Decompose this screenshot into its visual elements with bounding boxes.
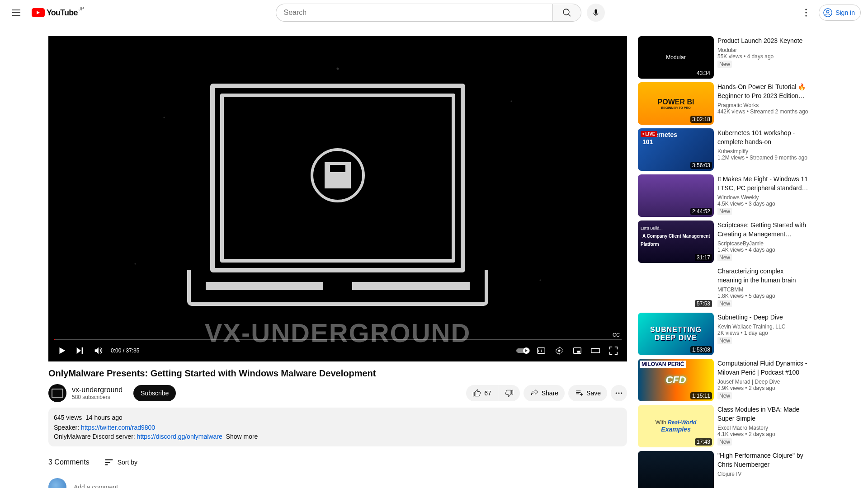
voice-search-button[interactable] bbox=[587, 4, 605, 22]
sort-label: Sort by bbox=[118, 459, 137, 466]
recommendation-thumbnail[interactable]: POWER BIBEGINNER TO PRO3:02:18 bbox=[638, 82, 714, 125]
share-button[interactable]: Share bbox=[524, 385, 565, 401]
recommendation-thumbnail[interactable]: 2:44:52 bbox=[638, 174, 714, 217]
microphone-icon bbox=[591, 8, 600, 17]
svg-point-16 bbox=[621, 393, 622, 394]
kebab-icon bbox=[801, 7, 811, 18]
video-player[interactable]: VX-UNDERGROUND CC 0:00 / 37:35 bbox=[48, 36, 627, 361]
recommendation-thumbnail[interactable]: MILOVAN PERIĆCFD1:15:11 bbox=[638, 359, 714, 401]
save-icon bbox=[575, 389, 584, 398]
recommendation-item[interactable]: Let's Build...A Company Client Managemen… bbox=[638, 221, 820, 263]
recommendation-title: Hands-On Power BI Tutorial 🔥 Beginner to… bbox=[717, 82, 809, 100]
duration-badge: 1:15:11 bbox=[690, 392, 712, 399]
like-dislike-group: 67 bbox=[466, 385, 520, 401]
recommendation-thumbnail[interactable]: • LIVEKubernetes1013:56:03 bbox=[638, 128, 714, 171]
recommendation-thumbnail[interactable]: Modular43:34 bbox=[638, 36, 714, 79]
channel-avatar[interactable] bbox=[48, 384, 66, 402]
sort-icon bbox=[104, 457, 114, 467]
next-icon bbox=[75, 346, 85, 356]
recommendation-thumbnail[interactable]: 57:53 bbox=[638, 267, 714, 309]
fullscreen-button[interactable] bbox=[605, 343, 622, 359]
sort-button[interactable]: Sort by bbox=[104, 457, 137, 467]
signin-button[interactable]: Sign in bbox=[819, 5, 861, 21]
settings-button[interactable] bbox=[797, 4, 815, 22]
new-badge: New bbox=[717, 438, 732, 446]
svg-point-3 bbox=[806, 12, 807, 13]
recommendation-info: Scriptcase: Getting Started with Creatin… bbox=[717, 221, 820, 263]
recommendation-title: Kubernetes 101 workshop - complete hands… bbox=[717, 128, 809, 146]
menu-button[interactable] bbox=[7, 4, 25, 22]
svg-point-0 bbox=[563, 9, 569, 15]
new-badge: New bbox=[717, 392, 732, 399]
description-box[interactable]: 645 views 14 hours ago Speaker: https://… bbox=[48, 408, 627, 446]
description-line-1: Speaker: https://twitter.com/rad9800 bbox=[54, 423, 622, 432]
user-avatar bbox=[48, 478, 66, 488]
primary-column: VX-UNDERGROUND CC 0:00 / 37:35 bbox=[48, 36, 627, 488]
next-button[interactable] bbox=[72, 343, 88, 359]
duration-badge: 17:43 bbox=[695, 438, 712, 446]
recommendation-thumbnail[interactable]: Let's Build...A Company Client Managemen… bbox=[638, 221, 714, 263]
new-badge: New bbox=[717, 61, 732, 68]
save-button[interactable]: Save bbox=[568, 385, 607, 401]
like-button[interactable]: 67 bbox=[466, 385, 498, 401]
logo-text: YouTube bbox=[47, 8, 78, 18]
settings-gear-button[interactable] bbox=[551, 343, 567, 359]
recommendation-meta: 4.1K views • 2 days ago bbox=[717, 431, 809, 437]
add-comment-row bbox=[48, 478, 627, 488]
recommendation-channel: Excel Macro Mastery bbox=[717, 425, 809, 431]
discord-link[interactable]: https://discord.gg/onlymalware bbox=[137, 433, 222, 440]
dislike-button[interactable] bbox=[498, 385, 520, 401]
duration-badge: 2:44:52 bbox=[690, 208, 712, 215]
more-actions-button[interactable] bbox=[611, 385, 627, 401]
gear-icon bbox=[555, 346, 564, 355]
recommendation-title: Subnetting - Deep Dive bbox=[717, 313, 809, 322]
hamburger-icon bbox=[11, 7, 22, 18]
show-more-button[interactable]: Show more bbox=[226, 433, 258, 440]
live-badge: • LIVE bbox=[641, 131, 657, 137]
search-button[interactable] bbox=[552, 4, 581, 22]
speaker-link[interactable]: https://twitter.com/rad9800 bbox=[81, 424, 155, 431]
recommendation-thumbnail[interactable] bbox=[638, 451, 714, 488]
youtube-logo[interactable]: YouTube JP bbox=[25, 8, 84, 18]
recommendation-item[interactable]: 2:44:52 It Makes Me Fight - Windows 11 L… bbox=[638, 174, 820, 217]
miniplayer-button[interactable] bbox=[569, 343, 585, 359]
duration-badge: 3:56:03 bbox=[690, 162, 712, 169]
comment-input[interactable] bbox=[74, 482, 627, 488]
recommendation-item[interactable]: POWER BIBEGINNER TO PRO3:02:18 Hands-On … bbox=[638, 82, 820, 125]
recommendation-info: "High Performance Clojure" by Chris Nuer… bbox=[717, 451, 820, 488]
recommendation-channel: ScriptcaseByJamie bbox=[717, 240, 809, 247]
svg-point-6 bbox=[826, 10, 829, 13]
subscribe-button[interactable]: Subscribe bbox=[133, 385, 176, 401]
channel-name[interactable]: vx-underground bbox=[72, 386, 123, 394]
recommendation-info: Computational Fluid Dynamics - Milovan P… bbox=[717, 359, 820, 401]
cc-badge: CC bbox=[611, 332, 622, 338]
recommendation-item[interactable]: "High Performance Clojure" by Chris Nuer… bbox=[638, 451, 820, 488]
recommendation-item[interactable]: 57:53 Characterizing complex meaning in … bbox=[638, 267, 820, 309]
captions-button[interactable] bbox=[533, 343, 549, 359]
play-button[interactable] bbox=[54, 343, 70, 359]
recommendation-meta: 1.8K views • 5 days ago bbox=[717, 293, 809, 299]
country-code: JP bbox=[79, 6, 84, 11]
recommendation-thumbnail[interactable]: With Real-WorldExamples17:43 bbox=[638, 405, 714, 447]
recommendation-item[interactable]: With Real-WorldExamples17:43 Class Modul… bbox=[638, 405, 820, 447]
recommendation-item[interactable]: Modular43:34 Product Launch 2023 Keynote… bbox=[638, 36, 820, 79]
search-input[interactable] bbox=[276, 4, 552, 22]
recommendation-item[interactable]: SUBNETTINGDEEP DIVE1:53:08 Subnetting - … bbox=[638, 313, 820, 355]
recommendation-item[interactable]: • LIVEKubernetes1013:56:03 Kubernetes 10… bbox=[638, 128, 820, 171]
action-buttons: 67 Share Save bbox=[466, 385, 627, 401]
recommendation-channel: Pragmatic Works bbox=[717, 102, 809, 108]
recommendation-item[interactable]: MILOVAN PERIĆCFD1:15:11 Computational Fl… bbox=[638, 359, 820, 401]
recommendation-channel: Jousef Murad | Deep Dive bbox=[717, 379, 809, 385]
recommendation-thumbnail[interactable]: SUBNETTINGDEEP DIVE1:53:08 bbox=[638, 313, 714, 355]
recommendation-info: Class Modules in VBA: Made Super Simple … bbox=[717, 405, 820, 447]
signin-label: Sign in bbox=[835, 9, 855, 16]
recommendation-title: Scriptcase: Getting Started with Creatin… bbox=[717, 221, 809, 239]
recommendation-meta: 2.9K views • 2 days ago bbox=[717, 385, 809, 391]
youtube-play-icon bbox=[32, 8, 45, 17]
new-badge: New bbox=[717, 208, 732, 215]
volume-icon bbox=[93, 346, 103, 356]
volume-button[interactable] bbox=[90, 343, 106, 359]
theater-button[interactable] bbox=[587, 343, 604, 359]
header-center bbox=[276, 4, 605, 22]
autoplay-toggle[interactable] bbox=[515, 343, 531, 359]
